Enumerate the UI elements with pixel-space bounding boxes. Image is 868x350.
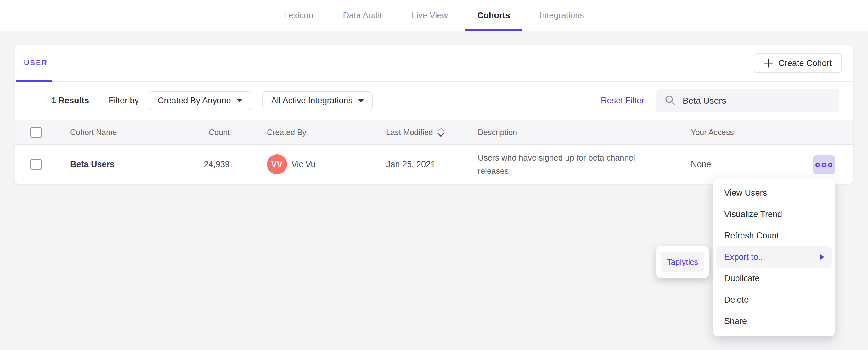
last-modified-date: Jan 25, 2021	[386, 160, 435, 169]
integrations-dropdown-value: All Active Integrations	[271, 96, 352, 106]
integrations-dropdown[interactable]: All Active Integrations	[262, 92, 373, 110]
create-cohort-label: Create Cohort	[778, 59, 832, 68]
menu-item-delete[interactable]: Delete	[716, 289, 832, 310]
tab-label: Lexicon	[284, 11, 313, 21]
search-input[interactable]	[682, 96, 831, 106]
row-created-by-cell: VV Vic Vu	[267, 145, 316, 184]
tab-label: Data Audit	[343, 11, 382, 21]
results-count: 1 Results	[51, 96, 89, 106]
tab-lexicon[interactable]: Lexicon	[272, 0, 325, 31]
search-box[interactable]	[656, 89, 839, 112]
row-count-cell: 24,939	[166, 145, 230, 184]
cohort-count: 24,939	[204, 160, 230, 169]
tab-cohorts[interactable]: Cohorts	[465, 0, 522, 31]
created-by-dropdown[interactable]: Created By Anyone	[149, 92, 251, 110]
tab-label: Cohorts	[477, 11, 510, 21]
cohort-name-link[interactable]: Beta Users	[70, 160, 115, 169]
tab-label: Live View	[412, 11, 448, 21]
cohort-type-tabs: USER Create Cohort	[15, 45, 853, 82]
cohorts-page: Lexicon Data Audit Live View Cohorts Int…	[0, 0, 868, 350]
reset-filter-link[interactable]: Reset Filter	[601, 96, 644, 106]
select-all-cell	[30, 120, 41, 144]
cohorts-card: USER Create Cohort 1 Results Filter by C…	[15, 45, 853, 184]
plus-icon	[764, 59, 773, 68]
sort-icon[interactable]	[437, 127, 445, 138]
more-options-button[interactable]	[813, 155, 835, 174]
row-cohort-name-cell: Beta Users	[70, 145, 115, 184]
search-icon	[664, 95, 676, 107]
menu-item-view-users[interactable]: View Users	[716, 182, 832, 204]
menu-item-visualize-trend[interactable]: Visualize Trend	[716, 204, 832, 225]
header-count: Count	[166, 120, 230, 144]
avatar: VV	[267, 154, 287, 174]
submenu-item-taplytics[interactable]: Taplytics	[660, 252, 704, 272]
table-header: Cohort Name Count Created By Last Modifi…	[15, 120, 853, 145]
header-your-access: Your Access	[691, 120, 734, 144]
caret-down-icon	[237, 99, 242, 102]
tab-user[interactable]: USER	[24, 45, 48, 81]
top-nav: Lexicon Data Audit Live View Cohorts Int…	[0, 0, 868, 31]
dot-icon	[815, 163, 820, 167]
dot-icon	[828, 163, 832, 167]
filter-divider	[98, 94, 99, 108]
creator-name: Vic Vu	[291, 160, 316, 169]
row-description-cell: Users who have signed up for beta channe…	[478, 145, 663, 184]
filter-bar: 1 Results Filter by Created By Anyone Al…	[15, 82, 853, 120]
tab-user-label: USER	[24, 59, 48, 67]
row-access-cell: None	[691, 145, 711, 184]
tab-label: Integrations	[540, 11, 584, 21]
created-by-dropdown-value: Created By Anyone	[158, 96, 231, 106]
select-all-checkbox[interactable]	[30, 127, 41, 138]
menu-item-refresh-count[interactable]: Refresh Count	[716, 225, 832, 246]
row-context-menu: View Users Visualize Trend Refresh Count…	[713, 178, 835, 336]
filter-by-label: Filter by	[108, 96, 139, 106]
access-value: None	[691, 160, 711, 169]
tab-live-view[interactable]: Live View	[400, 0, 460, 31]
header-cohort-name: Cohort Name	[70, 120, 117, 144]
header-description: Description	[478, 120, 517, 144]
row-select-cell	[30, 145, 41, 184]
header-created-by: Created By	[267, 120, 306, 144]
tab-data-audit[interactable]: Data Audit	[331, 0, 394, 31]
menu-item-duplicate[interactable]: Duplicate	[716, 268, 832, 289]
submenu-arrow-icon	[819, 254, 824, 260]
table-row: Beta Users 24,939 VV Vic Vu Jan 25, 2021…	[15, 145, 853, 184]
dot-icon	[822, 163, 826, 167]
export-submenu: Taplytics	[656, 246, 709, 278]
row-last-modified-cell: Jan 25, 2021	[386, 145, 435, 184]
header-last-modified[interactable]: Last Modified	[386, 120, 445, 144]
caret-down-icon	[358, 99, 364, 102]
menu-item-share[interactable]: Share	[716, 310, 832, 332]
active-tab-underline	[465, 29, 522, 31]
create-cohort-button[interactable]: Create Cohort	[754, 54, 842, 73]
row-checkbox[interactable]	[30, 159, 41, 170]
tab-integrations[interactable]: Integrations	[528, 0, 596, 31]
menu-item-export-to[interactable]: Export to...	[716, 246, 832, 268]
cohort-description: Users who have signed up for beta channe…	[478, 151, 663, 177]
